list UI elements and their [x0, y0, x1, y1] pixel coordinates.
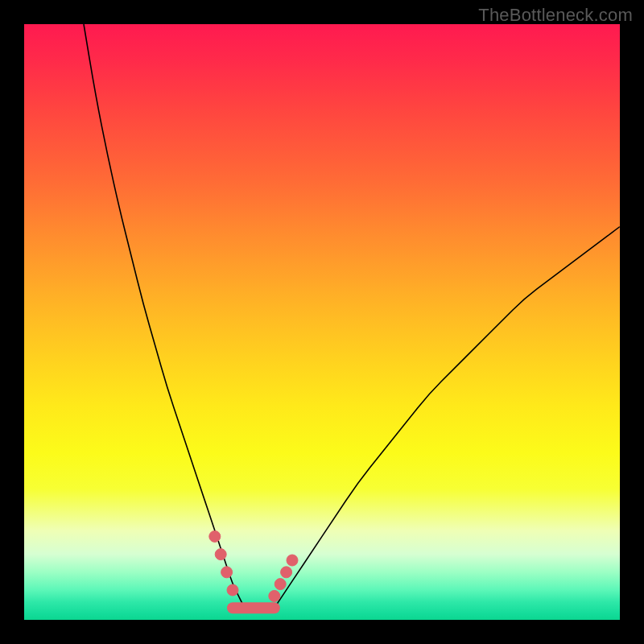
right-curve — [275, 227, 620, 609]
left-curve — [84, 24, 245, 608]
plot-area — [24, 24, 620, 620]
highlight-dot — [275, 579, 286, 590]
highlight-dots — [209, 530, 298, 601]
highlight-dot — [227, 584, 238, 596]
curve-layer — [24, 24, 620, 620]
chart-frame: TheBottleneck.com — [0, 0, 644, 644]
watermark-text: TheBottleneck.com — [478, 5, 633, 26]
highlight-dot — [215, 549, 226, 560]
highlight-dot — [287, 555, 298, 566]
highlight-dot — [281, 567, 292, 578]
highlight-dot — [269, 590, 280, 601]
highlight-dot — [209, 530, 221, 542]
highlight-dot — [221, 567, 233, 578]
plot-outer-border — [24, 24, 620, 620]
